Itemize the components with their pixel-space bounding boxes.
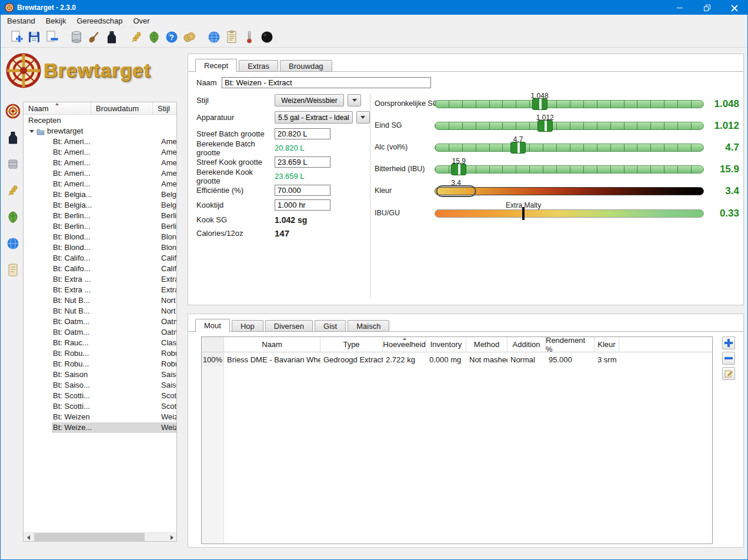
scroll-right-arrow[interactable] xyxy=(167,533,176,542)
tree-row-recipe[interactable]: Bt: Scotti... Scott xyxy=(24,401,176,412)
tree-row-recipe[interactable]: Bt: Ameri... Ame xyxy=(24,147,176,158)
tab-gist[interactable]: Gist xyxy=(315,320,346,332)
column-header-brouwdatum[interactable]: Brouwdatum xyxy=(91,102,153,114)
tree-row-recipe[interactable]: Bt: Ameri... Ame xyxy=(24,158,176,168)
tree-row-recipe[interactable]: Bt: Califo... Calif xyxy=(24,264,176,274)
column-header-inventory[interactable]: Inventory xyxy=(426,337,466,352)
tree-row-recipe[interactable]: Bt: Rauc... Class xyxy=(24,338,176,348)
tree-row-recipe[interactable]: Bt: Saison Saiso xyxy=(24,369,176,380)
menu-bestand[interactable]: Bestand xyxy=(2,15,41,26)
mash-paddle-button[interactable] xyxy=(85,28,103,46)
help-button[interactable]: ? xyxy=(163,28,181,46)
column-header-percent[interactable] xyxy=(202,337,224,352)
nav-hops[interactable] xyxy=(5,209,21,225)
column-header-naam[interactable]: Naam xyxy=(24,102,91,114)
menu-over[interactable]: Over xyxy=(128,15,155,26)
column-header-addition[interactable]: Addition xyxy=(507,337,546,352)
fermenter-button[interactable] xyxy=(103,28,121,46)
tree-row-recipe[interactable]: Bt: Blond... Blon xyxy=(24,232,176,242)
brew-kettle-button[interactable] xyxy=(68,28,85,46)
apparatuur-dropdown-button[interactable] xyxy=(356,111,370,124)
column-header-method[interactable]: Method xyxy=(466,337,507,352)
minimize-button[interactable] xyxy=(666,1,693,15)
tree-row-recipe[interactable]: Bt: Scotti... Scott xyxy=(24,391,176,401)
column-header-kleur[interactable]: Kleur xyxy=(595,337,619,352)
stijl-button[interactable]: Weizen/Weissbier xyxy=(275,94,344,106)
kooktijd-input[interactable] xyxy=(275,199,330,211)
remove-fermentable-button[interactable] xyxy=(722,352,735,365)
scrollbar-thumb[interactable] xyxy=(34,533,145,542)
tree-row-recipe[interactable]: Bt: Belgia... Belgi xyxy=(24,200,176,211)
tab-maisch[interactable]: Maisch xyxy=(348,320,389,332)
tree-row-recipe[interactable]: Bt: Califo... Calif xyxy=(24,253,176,264)
tree-row-recipe[interactable]: Bt: Berlin... Berli xyxy=(24,221,176,232)
nav-yeast[interactable] xyxy=(5,235,21,252)
grain-button[interactable] xyxy=(128,28,145,46)
column-header-hoeveelheid[interactable]: Hoeveelheid xyxy=(383,337,426,352)
tree-row-recipe[interactable]: Bt: Weize... Weiz xyxy=(24,422,176,433)
tree-row-recipe[interactable]: Bt: Blond... Blon xyxy=(24,242,176,253)
app-logo: Brewtarget xyxy=(5,52,151,89)
tree-row-recipe[interactable]: Bt: Extra ... Extra xyxy=(24,285,176,295)
globe-button[interactable] xyxy=(205,28,223,46)
close-button[interactable] xyxy=(720,1,747,15)
nav-recipes[interactable] xyxy=(5,103,21,119)
hops-button[interactable] xyxy=(145,28,163,46)
tree-row-recipe[interactable]: Bt: Nut B... Nort xyxy=(24,295,176,306)
streef-batch-input[interactable] xyxy=(275,128,330,139)
tab-brouwdag[interactable]: Brouwdag xyxy=(280,60,332,72)
tree-row-recipe[interactable]: Bt: Nut B... Nort xyxy=(24,306,176,316)
tree-horizontal-scrollbar[interactable] xyxy=(24,532,176,541)
add-fermentable-button[interactable] xyxy=(722,336,735,349)
tab-mout[interactable]: Mout xyxy=(195,319,230,332)
abv-value: 4.7 xyxy=(705,142,739,154)
efficientie-input[interactable] xyxy=(275,185,330,196)
delete-recipe-button[interactable] xyxy=(43,28,61,46)
tab-extras[interactable]: Extras xyxy=(239,60,278,72)
tree-row-recipe[interactable]: Bt: Belgia... Belgi xyxy=(24,189,176,200)
nav-grain[interactable] xyxy=(5,182,21,199)
apparatuur-combobox[interactable]: 5.5 gal - Extract - Ideal xyxy=(275,111,353,124)
tree-row-recipe[interactable]: Bt: Saiso... Saiso xyxy=(24,380,176,391)
column-header-rendement[interactable]: Rendement % xyxy=(546,337,595,352)
black-ball-button[interactable] xyxy=(258,28,276,46)
tab-diversen[interactable]: Diversen xyxy=(265,320,313,332)
tree-row-recipe[interactable]: Bt: Ameri... Ame xyxy=(24,179,176,189)
tree-row-recipe[interactable]: Bt: Robu... Robu xyxy=(24,359,176,369)
fg-value: 1.012 xyxy=(705,120,739,132)
tree-row-recipe[interactable]: Bt: Weizen Weiz xyxy=(24,412,176,422)
table-row[interactable]: 100% Briess DME - Bavarian Wheat Gedroog… xyxy=(202,352,712,366)
stijl-dropdown-button[interactable] xyxy=(348,94,361,106)
recipe-card-button[interactable] xyxy=(223,28,241,46)
new-recipe-button[interactable] xyxy=(8,28,25,46)
menu-gereedschap[interactable]: Gereedschap xyxy=(71,15,128,26)
coins-button[interactable] xyxy=(181,28,198,46)
nav-misc[interactable] xyxy=(5,262,21,278)
tree-row-recipe[interactable]: Bt: Berlin... Berli xyxy=(24,211,176,221)
nav-keg[interactable] xyxy=(5,156,21,172)
tree-folder-brewtarget[interactable]: brewtarget xyxy=(24,126,176,136)
streef-kook-input[interactable] xyxy=(275,156,330,168)
column-header-naam[interactable]: Naam xyxy=(224,337,320,352)
column-header-type[interactable]: Type xyxy=(320,337,383,352)
menu-bekijk[interactable]: Bekijk xyxy=(41,15,72,26)
tree-row-recipe[interactable]: Bt: Ameri... Ame xyxy=(24,136,176,147)
tab-hop[interactable]: Hop xyxy=(232,320,263,332)
tree-row-recipe[interactable]: Bt: Extra ... Extra xyxy=(24,274,176,285)
ibu-slider-handle xyxy=(451,164,466,175)
chevron-expanded-icon[interactable] xyxy=(29,130,34,133)
restore-button[interactable] xyxy=(693,1,720,15)
tree-row-recipe[interactable]: Bt: Oatm... Oatm xyxy=(24,327,176,338)
save-button[interactable] xyxy=(25,28,43,46)
scroll-left-arrow[interactable] xyxy=(24,533,33,542)
nav-fermenter[interactable] xyxy=(5,129,21,146)
column-header-stijl[interactable]: Stijl xyxy=(153,102,176,114)
tree-root-recepten[interactable]: Recepten xyxy=(24,115,176,126)
hydrometer-button[interactable] xyxy=(241,28,258,46)
tree-row-recipe[interactable]: Bt: Ameri... Ame xyxy=(24,168,176,179)
tab-recept[interactable]: Recept xyxy=(195,59,237,72)
edit-fermentable-button[interactable] xyxy=(722,367,735,380)
recipe-name-input[interactable] xyxy=(222,77,431,88)
tree-row-recipe[interactable]: Bt: Oatm... Oatm xyxy=(24,316,176,327)
tree-row-recipe[interactable]: Bt: Robu... Robu xyxy=(24,348,176,359)
